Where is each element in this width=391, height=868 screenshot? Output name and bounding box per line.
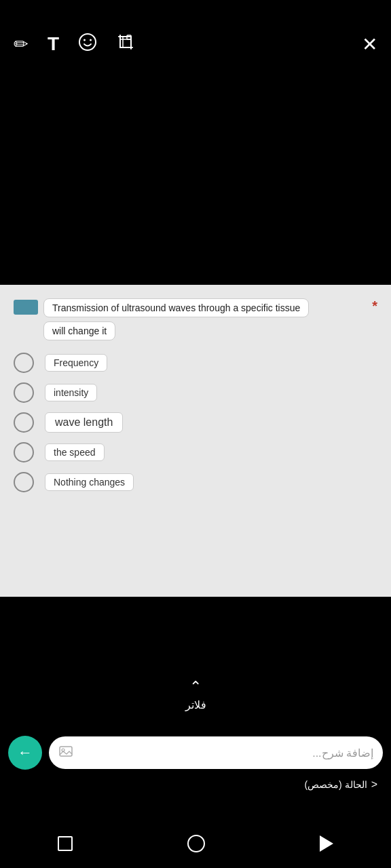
svg-rect-4 <box>60 747 72 756</box>
radio-wavelength[interactable] <box>14 412 34 433</box>
text-icon[interactable]: T <box>48 33 59 55</box>
nav-play-button[interactable] <box>320 835 333 852</box>
nav-square-button[interactable] <box>58 836 73 851</box>
pencil-icon[interactable]: ✏ <box>14 34 29 55</box>
top-toolbar: ✏ T ✕ <box>0 0 391 88</box>
svg-point-2 <box>90 39 92 41</box>
question-area: Transmission of ultrasound waves through… <box>14 298 377 340</box>
status-text: الحالة (مخصص) <box>304 779 367 790</box>
nav-home-button[interactable] <box>187 835 205 852</box>
toolbar-left: ✏ T <box>14 33 135 56</box>
back-arrow-icon: ← <box>18 744 33 762</box>
input-field[interactable]: إضافة شرح... <box>49 736 383 769</box>
question-text-wrap: Transmission of ultrasound waves through… <box>43 298 377 340</box>
option-item-3[interactable]: wave length <box>14 412 377 433</box>
question-icon <box>14 300 38 315</box>
bottom-nav <box>0 819 391 868</box>
option-item-2[interactable]: intensity <box>14 382 377 403</box>
star-badge: * <box>372 298 377 314</box>
content-card: Transmission of ultrasound waves through… <box>0 285 391 597</box>
emoji-icon[interactable] <box>78 33 97 56</box>
image-icon[interactable] <box>58 744 73 762</box>
option-label-wavelength: wave length <box>45 412 123 433</box>
option-item-1[interactable]: Frequency <box>14 353 377 373</box>
black-space-top <box>0 88 391 285</box>
radio-speed[interactable] <box>14 442 34 462</box>
input-placeholder: إضافة شرح... <box>312 747 373 760</box>
filter-label: فلاتر <box>185 698 206 711</box>
radio-intensity[interactable] <box>14 382 34 403</box>
question-line1: Transmission of ultrasound waves through… <box>43 298 309 317</box>
status-area: < الحالة (مخصص) <box>0 778 391 791</box>
radio-nothing[interactable] <box>14 472 34 492</box>
option-label-frequency: Frequency <box>45 354 107 372</box>
options-list: Frequency intensity wave length the spee… <box>14 353 377 492</box>
option-label-intensity: intensity <box>45 384 97 401</box>
close-icon[interactable]: ✕ <box>362 33 377 56</box>
option-label-speed: the speed <box>45 443 105 461</box>
filter-area[interactable]: ⌃ فلاتر <box>0 678 391 711</box>
option-item-5[interactable]: Nothing changes <box>14 472 377 492</box>
option-label-nothing: Nothing changes <box>45 473 134 491</box>
chevron-up-icon[interactable]: ⌃ <box>189 678 202 696</box>
option-item-4[interactable]: the speed <box>14 442 377 462</box>
back-button[interactable]: ← <box>8 736 42 770</box>
radio-frequency[interactable] <box>14 353 34 373</box>
chevron-right-icon: < <box>371 778 377 791</box>
black-space-mid <box>0 597 391 739</box>
svg-point-1 <box>83 39 86 41</box>
svg-point-0 <box>79 34 96 50</box>
input-bar-area: ← إضافة شرح... <box>0 736 391 770</box>
question-line2: will change it <box>43 321 115 340</box>
crop-icon[interactable] <box>116 33 135 56</box>
